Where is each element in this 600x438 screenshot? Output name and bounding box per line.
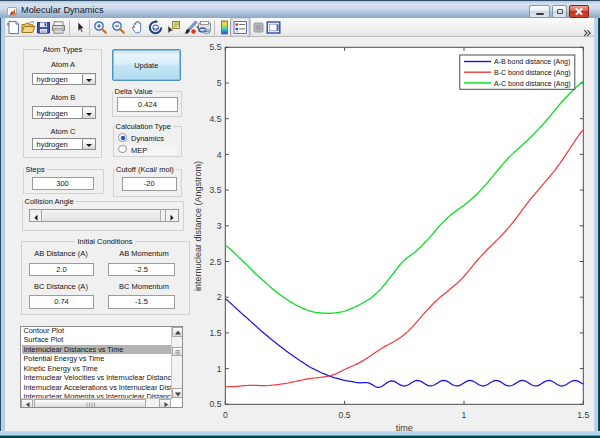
svg-text:3.5: 3.5	[210, 185, 222, 195]
svg-text:A-B bond distance (Ang): A-B bond distance (Ang)	[494, 58, 570, 66]
svg-text:5.5: 5.5	[210, 42, 222, 52]
svg-text:2.5: 2.5	[210, 257, 222, 267]
svg-text:1.5: 1.5	[577, 410, 589, 420]
svg-text:1: 1	[217, 364, 222, 374]
svg-text:A-C bond distance (Ang): A-C bond distance (Ang)	[494, 80, 571, 88]
svg-text:0.5: 0.5	[210, 399, 222, 409]
svg-text:2: 2	[217, 292, 222, 302]
svg-text:4.5: 4.5	[210, 114, 222, 124]
svg-text:1: 1	[462, 410, 467, 420]
svg-text:3: 3	[217, 221, 222, 231]
svg-text:1.5: 1.5	[210, 328, 222, 338]
svg-text:B-C bond distance (Ang): B-C bond distance (Ang)	[494, 69, 571, 77]
svg-text:4: 4	[217, 150, 222, 160]
svg-text:time: time	[396, 423, 413, 433]
svg-text:0: 0	[223, 410, 228, 420]
svg-text:0.5: 0.5	[339, 410, 351, 420]
svg-text:internuclear distance (Angstro: internuclear distance (Angstrom)	[193, 161, 203, 291]
svg-text:5: 5	[217, 78, 222, 88]
